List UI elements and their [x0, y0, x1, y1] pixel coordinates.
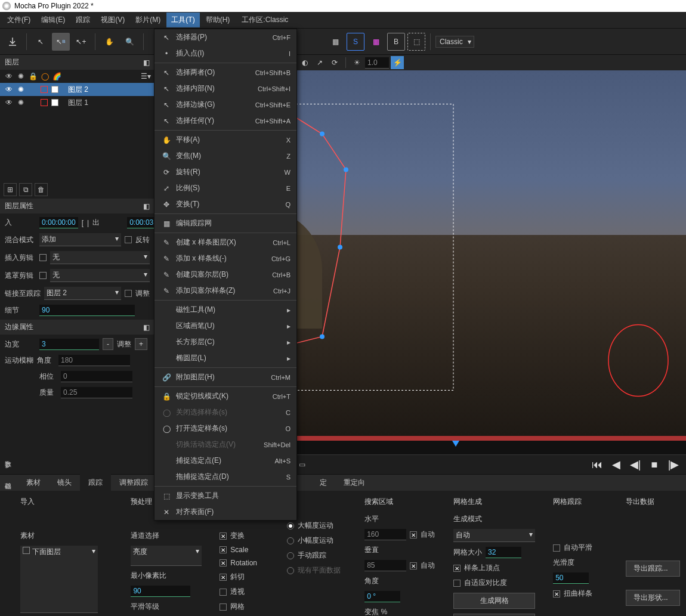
- large-radio[interactable]: [287, 522, 294, 530]
- pointer-add-icon[interactable]: ↖+: [72, 33, 90, 51]
- sidetab-essentials[interactable]: 基础: [2, 472, 14, 482]
- tab-adjusttrack[interactable]: 调整跟踪: [111, 474, 156, 491]
- invert-check[interactable]: [125, 236, 132, 243]
- menu-item[interactable]: ↖选择边缘(G)Ctrl+Shift+E: [154, 97, 296, 113]
- minpx-field[interactable]: 90: [131, 586, 190, 597]
- menu-item[interactable]: ◯打开选定样条(s)O: [154, 420, 296, 437]
- insert-select[interactable]: 无: [50, 251, 150, 264]
- exist-radio[interactable]: [287, 567, 294, 574]
- menu-item[interactable]: ⟳旋转(R)W: [154, 164, 296, 180]
- marquee-icon[interactable]: ⬚: [407, 33, 425, 51]
- menu-item[interactable]: 椭圆层(L)▸: [154, 350, 296, 366]
- exportshape-button[interactable]: 导出形状...: [626, 590, 680, 606]
- goto-start-icon[interactable]: ⏮: [589, 457, 605, 472]
- gear-icon[interactable]: ✺: [17, 98, 25, 107]
- matte-select[interactable]: 无: [50, 269, 150, 282]
- mesh-check[interactable]: [220, 603, 227, 611]
- exposure-field[interactable]: 1.0: [365, 57, 389, 69]
- menu-view[interactable]: 视图(V): [96, 13, 129, 27]
- menu-item[interactable]: ✎添加 x 样条线(-)Ctrl+G: [154, 250, 296, 267]
- save-icon[interactable]: [4, 33, 21, 51]
- in-bracket-icon[interactable]: [: [82, 219, 84, 227]
- adjust-check[interactable]: [125, 290, 132, 297]
- eye-icon[interactable]: 👁: [5, 85, 13, 94]
- vp-j-icon[interactable]: ⟳: [328, 56, 341, 69]
- spline-color-icon[interactable]: [41, 86, 48, 93]
- menu-item[interactable]: •插入点(I)I: [154, 45, 296, 61]
- menu-item[interactable]: 磁性工具(M)▸: [154, 302, 296, 318]
- menu-item[interactable]: ✎创建贝塞尔层(B)Ctrl+B: [154, 267, 296, 283]
- eye-icon[interactable]: 👁: [5, 98, 13, 107]
- color1-icon[interactable]: ◯: [41, 72, 49, 81]
- step-back-icon[interactable]: ◀|: [628, 457, 643, 472]
- small-radio[interactable]: [287, 537, 294, 544]
- menu-help[interactable]: 帮助(H): [201, 13, 235, 27]
- playhead-icon[interactable]: [452, 441, 459, 447]
- menu-item[interactable]: ↖选择两者(O)Ctrl+Shift+B: [154, 64, 296, 81]
- warp-check[interactable]: [553, 590, 560, 598]
- brightness-icon[interactable]: ☀: [350, 56, 363, 69]
- tab-lens[interactable]: 镜头: [49, 474, 80, 491]
- grid2-icon[interactable]: ▦: [367, 33, 385, 51]
- persp-check[interactable]: [220, 589, 227, 596]
- in-bracket2-icon[interactable]: |: [87, 219, 89, 227]
- menu-track[interactable]: 跟踪: [71, 13, 95, 27]
- out-field[interactable]: 0:00:03:18: [127, 217, 154, 228]
- hand-icon[interactable]: ✋: [100, 33, 118, 51]
- angle2-field[interactable]: 0 °: [364, 591, 400, 602]
- clip-select[interactable]: 下面图层: [20, 546, 98, 613]
- menu-item[interactable]: 区域画笔(U)▸: [154, 318, 296, 334]
- gear-icon[interactable]: ✺: [17, 72, 25, 81]
- menu-item[interactable]: 长方形层(C)▸: [154, 334, 296, 350]
- smoothness-field[interactable]: 50: [553, 572, 589, 584]
- grid-icon[interactable]: ▦: [326, 33, 344, 51]
- menu-edit[interactable]: 编辑(E): [36, 13, 70, 27]
- horiz-field[interactable]: 160: [364, 529, 406, 540]
- menu-item[interactable]: ✕对齐表面(F): [154, 504, 296, 520]
- tab-reorient[interactable]: 重定向: [335, 474, 373, 491]
- menu-tools[interactable]: 工具(T): [166, 13, 199, 27]
- manual-radio[interactable]: [287, 552, 294, 559]
- new-group-icon[interactable]: ⊞: [4, 183, 17, 196]
- vert-field[interactable]: 85: [364, 560, 406, 571]
- menu-item[interactable]: 捕捉选定点(E)Alt+S: [154, 453, 296, 469]
- angle-field[interactable]: 180: [58, 355, 130, 366]
- pointer-a-icon[interactable]: ↖: [32, 33, 50, 51]
- phase-field[interactable]: 0: [61, 371, 132, 382]
- range2-icon[interactable]: ▭: [299, 460, 305, 469]
- transform-check[interactable]: [220, 533, 227, 540]
- menu-item[interactable]: ↖选择器(P)Ctrl+F: [154, 29, 296, 45]
- eye-icon[interactable]: 👁: [5, 72, 13, 81]
- blend-select[interactable]: 添加: [39, 233, 121, 246]
- auto1-check[interactable]: [410, 531, 417, 538]
- tab-stabilize[interactable]: 定: [311, 474, 335, 491]
- edgewidth-field[interactable]: 3: [39, 339, 99, 350]
- tab-track[interactable]: 跟踪: [80, 474, 111, 491]
- menu-item[interactable]: ↖选择内部(N)Ctrl+Shift+I: [154, 81, 296, 97]
- pin-icon[interactable]: ◧: [143, 323, 150, 332]
- pointer-b-icon[interactable]: ↖B: [52, 33, 70, 51]
- menu-item[interactable]: ⤢比例(S)E: [154, 180, 296, 196]
- adaptive-check[interactable]: [453, 580, 461, 587]
- gear-icon[interactable]: ✺: [17, 85, 25, 94]
- minus-button[interactable]: -: [103, 338, 113, 350]
- step-fwd-icon[interactable]: |▶: [666, 457, 681, 472]
- filter-icon[interactable]: ☰▾: [141, 72, 150, 81]
- pin-icon[interactable]: ◧: [143, 58, 150, 67]
- color2-icon[interactable]: 🌈: [52, 72, 61, 81]
- zoom-icon[interactable]: 🔍: [120, 33, 138, 51]
- shear-check[interactable]: [220, 574, 227, 581]
- rotation-check[interactable]: [220, 559, 227, 567]
- menu-item[interactable]: 🔍变焦(M)Z: [154, 148, 296, 164]
- quality-field[interactable]: 0.25: [61, 387, 132, 398]
- clearmesh-button[interactable]: 清除网格: [453, 614, 535, 616]
- lock-icon[interactable]: 🔒: [29, 72, 37, 81]
- menu-item[interactable]: 🔗附加图层(H)Ctrl+M: [154, 369, 296, 385]
- menu-item[interactable]: 🔒锁定切线模式(K)Ctrl+T: [154, 388, 296, 404]
- genmesh-button[interactable]: 生成网格: [453, 593, 535, 609]
- insert-swatch[interactable]: [39, 254, 47, 261]
- menu-item[interactable]: ⬚显示变换工具: [154, 488, 296, 504]
- vp-h-icon[interactable]: ◐: [298, 56, 311, 69]
- menu-item[interactable]: ↖选择任何(Y)Ctrl+Shift+A: [154, 113, 296, 129]
- layer-row[interactable]: 👁 ✺ 图层 1: [0, 96, 154, 109]
